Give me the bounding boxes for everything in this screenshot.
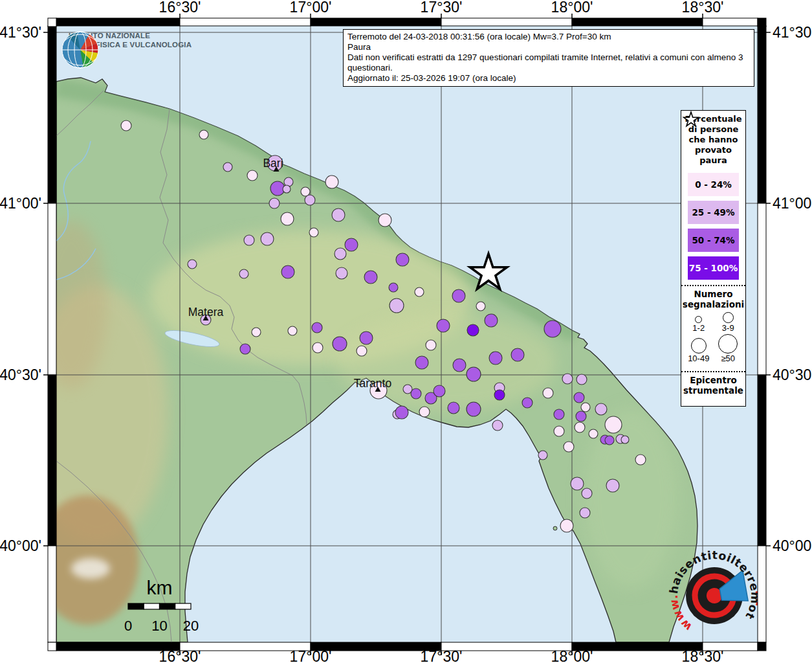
frame-segment: [441, 18, 572, 26]
frame-segment: [758, 203, 766, 375]
report-circle-med: [281, 265, 294, 278]
report-circle-med: [605, 436, 614, 445]
report-circle-lav: [580, 508, 590, 518]
frame-segment: [758, 26, 766, 203]
report-circle-lav: [244, 235, 254, 245]
report-circle-lav: [571, 477, 584, 490]
report-circle-pale: [554, 426, 564, 436]
legend-size-label: 1-2: [692, 323, 705, 333]
report-circle-deep: [494, 390, 505, 400]
frame-segment: [48, 375, 56, 546]
ingv-logo: ISTITUTO NAZIONALE DI GEOFISICA E VULCAN…: [61, 31, 192, 49]
lon-label-bottom: 17°00': [290, 648, 332, 663]
report-circle-lav: [621, 436, 629, 444]
report-circle-med: [360, 332, 373, 344]
scale-tick-label: 0: [124, 618, 132, 634]
frame-segment: [311, 18, 441, 26]
event-question: Paura: [347, 42, 750, 52]
lat-label-right: 40°30': [773, 366, 812, 383]
city-label-matera: Matera: [188, 306, 224, 319]
lon-label-top: 18°00': [551, 0, 593, 16]
legend-size-label: 10-49: [688, 354, 709, 363]
report-circle-pale: [581, 403, 590, 412]
report-circle-med: [433, 385, 445, 397]
frame-corner: [758, 18, 766, 27]
report-circle-lav: [239, 269, 248, 278]
report-circle-deep: [467, 324, 479, 336]
legend-size-≥50: ≥50: [714, 334, 743, 363]
report-circle-pale: [281, 212, 294, 225]
report-circle-pale: [560, 519, 573, 532]
count-circle-icon: [691, 338, 707, 354]
report-circle-lav: [582, 488, 592, 499]
scale-bar-segment: [128, 603, 144, 609]
legend-size-1-2: 1-2: [684, 312, 714, 333]
lon-label-top: 17°00': [290, 0, 332, 16]
report-circle-med: [466, 367, 481, 381]
report-circle-med: [511, 348, 524, 361]
frame-segment: [48, 546, 56, 642]
event-updated: Aggiornato il: 25-03-2026 19:07 (ora loc…: [347, 73, 750, 84]
lon-label-top: 17°30': [421, 0, 463, 16]
report-circle-lav: [283, 185, 291, 193]
report-circle-med: [466, 402, 481, 416]
report-circle-pale: [575, 422, 585, 433]
report-circle-med: [312, 322, 322, 333]
legend-class-50-74: 50 - 74%: [688, 229, 739, 252]
lon-label-top: 18°30': [682, 0, 724, 16]
report-circle-pale: [247, 170, 258, 181]
lon-label-top: 16°30': [159, 0, 201, 16]
report-circle-pale: [325, 175, 338, 188]
report-circle-pale: [252, 328, 261, 337]
report-circle-pale: [199, 130, 208, 139]
report-circle-pale: [415, 287, 424, 297]
frame-corner: [48, 642, 56, 651]
legend-epicenter-star: [681, 397, 745, 406]
event-info-box: Terremoto del 24-03-2018 00:31:56 (ora l…: [343, 29, 754, 87]
report-circle-med: [395, 406, 408, 419]
report-circle-med: [345, 238, 358, 251]
scale-bar-segment: [175, 603, 191, 609]
legend-panel: Percentuale di persone che hanno provato…: [681, 110, 746, 407]
report-circle-lav: [562, 374, 573, 384]
report-circle-med: [448, 402, 459, 414]
islet: [553, 526, 557, 530]
lat-label-left: 40°00': [0, 537, 41, 554]
report-circle-med: [437, 319, 450, 332]
lat-label-left: 41°30': [0, 24, 41, 41]
report-circle-pale: [419, 407, 430, 417]
report-circle-lav: [538, 451, 547, 460]
count-circle-icon: [723, 312, 734, 323]
report-circle-pale: [589, 429, 598, 438]
count-circle-icon: [695, 316, 702, 323]
report-circle-pale: [635, 455, 646, 465]
report-circle-med: [415, 356, 428, 369]
frame-segment: [758, 375, 766, 546]
frame-segment: [180, 18, 311, 26]
report-circle-pale: [426, 340, 436, 350]
report-circle-pale: [605, 416, 622, 433]
lat-label-left: 40°30': [0, 366, 41, 383]
legend-size-classes: 1-23-910-49≥50: [681, 311, 745, 366]
report-circle-pale: [476, 302, 485, 311]
frame-corner: [758, 642, 766, 651]
report-circle-med: [364, 271, 377, 284]
report-circle-pale: [357, 346, 367, 356]
report-circle-med: [240, 344, 250, 354]
frame-segment: [56, 18, 180, 26]
frame-segment: [703, 18, 758, 26]
report-circle-med: [453, 359, 466, 372]
report-circle-lav: [305, 195, 315, 205]
report-circle-med: [333, 337, 347, 351]
report-circle-lav: [261, 232, 274, 245]
legend-size-3-9: 3-9: [714, 312, 743, 333]
scale-bar-segment: [160, 603, 175, 609]
report-circle-med: [522, 398, 532, 408]
report-circle-pale: [309, 228, 318, 237]
epicenter-star-icon: [681, 111, 701, 129]
lat-label-left: 41°00': [0, 195, 41, 212]
report-circle-lav: [335, 248, 346, 260]
report-circle-med: [574, 392, 584, 403]
report-circle-pale: [121, 120, 131, 131]
report-circle-med: [411, 388, 421, 399]
